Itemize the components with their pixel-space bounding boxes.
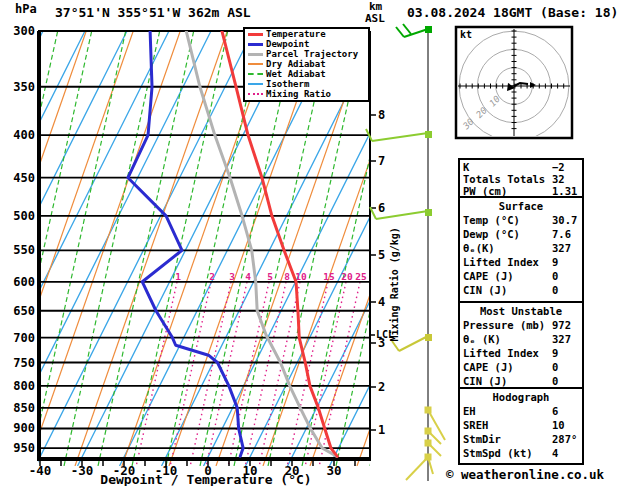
legend-item: Wet Adiabat: [245, 69, 368, 79]
pressure-tick-label: 500: [13, 209, 35, 223]
pressure-tick-label: 950: [13, 441, 35, 455]
chart-element: [428, 410, 445, 440]
height-unit-asl: ASL: [365, 13, 385, 24]
index-value: −2: [552, 161, 579, 173]
index-row: CAPE (J)0: [463, 360, 579, 374]
index-label: θₑ(K): [463, 241, 552, 255]
index-label: CIN (J): [463, 374, 552, 388]
wind-barb-icon: [406, 455, 433, 481]
pressure-unit-label: hPa: [15, 3, 37, 15]
legend-item: Isotherm: [245, 79, 368, 89]
dry-adiabat-line: [28, 31, 180, 466]
wind-barb-icon: [396, 24, 431, 37]
index-label: Temp (°C): [463, 213, 552, 227]
legend-swatch-dotted: [248, 93, 263, 95]
index-label: Totals Totals: [463, 173, 552, 185]
index-value: 0: [552, 374, 579, 388]
index-row: StmDir287°: [463, 432, 579, 446]
index-label: EH: [463, 404, 552, 418]
legend-swatch-solid: [248, 83, 263, 85]
legend-label: Parcel Trajectory: [266, 50, 358, 59]
pressure-tick-label: 900: [13, 421, 35, 435]
pressure-tick-label: 750: [13, 356, 35, 370]
index-row: θₑ (K)327: [463, 332, 579, 346]
index-label: Dewp (°C): [463, 227, 552, 241]
legend-label: Dewpoint: [266, 40, 309, 49]
mixing-ratio-value-label: 3: [229, 271, 235, 282]
height-tick-label: 4: [378, 295, 385, 309]
index-label: Lifted Index: [463, 346, 552, 360]
legend-label: Mixing Ratio: [266, 90, 331, 99]
x-axis-line: [37, 457, 371, 461]
pressure-tick-label: 650: [13, 304, 35, 318]
index-label: SREH: [463, 418, 552, 432]
indices-box-most-unstable: Most Unstable Pressure (mb)972θₑ (K)327L…: [458, 301, 584, 389]
pressure-tick-label: 700: [13, 331, 35, 345]
index-row: Totals Totals32: [463, 173, 579, 185]
hodograph-header: Hodograph: [463, 390, 579, 404]
index-value: 327: [552, 332, 579, 346]
index-label: CAPE (J): [463, 360, 552, 374]
mixing-ratio-axis-label: Mixing Ratio (g/kg): [390, 232, 401, 342]
chart-element: [399, 336, 428, 351]
index-row: Lifted Index9: [463, 255, 579, 269]
index-label: Pressure (mb): [463, 318, 552, 332]
index-row: Dewp (°C)7.6: [463, 227, 579, 241]
mixing-ratio-value-label: 2: [209, 271, 215, 282]
index-label: CAPE (J): [463, 269, 552, 283]
height-tick-label: 5: [378, 248, 385, 262]
index-row: Temp (°C)30.7: [463, 213, 579, 227]
chart-element: [372, 133, 428, 141]
legend-label: Dry Adiabat: [266, 60, 326, 69]
index-row: θₑ(K)327: [463, 241, 579, 255]
index-row: CAPE (J)0: [463, 269, 579, 283]
height-tick-label: 8: [378, 108, 385, 122]
legend-label: Wet Adiabat: [266, 70, 326, 79]
mixing-ratio-value-label: 4: [245, 271, 251, 282]
index-label: θₑ (K): [463, 332, 552, 346]
index-label: StmSpd (kt): [463, 446, 552, 460]
mixing-ratio-line: [319, 282, 360, 466]
legend-item: Dewpoint: [245, 39, 368, 49]
index-value: 287°: [552, 432, 579, 446]
index-row: EH6: [463, 404, 579, 418]
index-row: CIN (J)0: [463, 374, 579, 388]
pressure-tick-label: 400: [13, 128, 35, 142]
surface-header: Surface: [463, 199, 579, 213]
lcl-label: LCL: [376, 330, 394, 340]
index-row: Lifted Index9: [463, 346, 579, 360]
index-value: 0: [552, 283, 579, 297]
height-tick-label: 1: [378, 423, 385, 437]
index-value: 327: [552, 241, 579, 255]
indices-box-hodograph: Hodograph EH6SREH10StmDir287°StmSpd (kt)…: [458, 387, 584, 465]
index-label: Lifted Index: [463, 255, 552, 269]
index-value: 4: [552, 446, 579, 460]
indices-box-surface: Surface Temp (°C)30.7Dewp (°C)7.6θₑ(K)32…: [458, 196, 584, 303]
index-label: K: [463, 161, 552, 173]
legend-swatch-solid: [248, 33, 263, 36]
legend: TemperatureDewpointParcel TrajectoryDry …: [243, 27, 370, 102]
most-unstable-header: Most Unstable: [463, 304, 579, 318]
station-title: 37°51'N 355°51'W 362m ASL: [55, 6, 251, 19]
index-value: 32: [552, 173, 579, 185]
height-tick-label: 6: [378, 201, 385, 215]
legend-label: Temperature: [266, 30, 326, 39]
legend-item: Mixing Ratio: [245, 89, 368, 99]
temperature-axis-label: Dewpoint / Temperature (°C): [38, 473, 374, 486]
legend-item: Parcel Trajectory: [245, 49, 368, 59]
isotherm-line: [0, 31, 1, 466]
hodograph-unit-label: kt: [460, 30, 472, 40]
height-tick-label: 7: [378, 154, 385, 168]
chart-element: [392, 341, 399, 351]
pressure-tick-label: 600: [13, 275, 35, 289]
index-value: 9: [552, 346, 579, 360]
legend-swatch-solid: [248, 53, 263, 56]
mixing-ratio-value-label: 15: [323, 271, 335, 282]
legend-label: Isotherm: [266, 80, 309, 89]
mixing-ratio-value-label: 8: [284, 271, 290, 282]
skewt-screen: 1234581015202530035040045050055060065070…: [0, 0, 629, 486]
index-value: 7.6: [552, 227, 579, 241]
pressure-tick-label: 350: [13, 80, 35, 94]
pressure-tick-label: 300: [13, 24, 35, 38]
y-axis-line: [37, 31, 41, 461]
